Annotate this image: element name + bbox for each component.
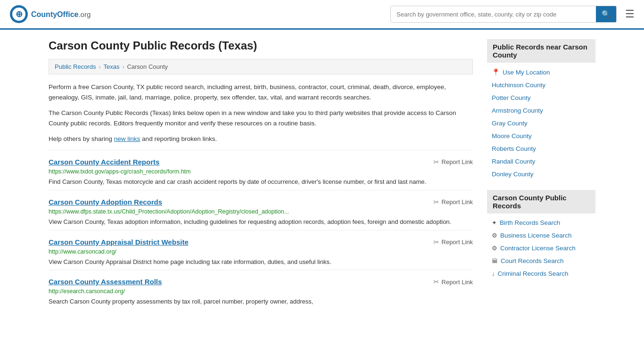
page-title: Carson County Public Records (Texas) — [49, 39, 473, 52]
search-bar: 🔍 — [390, 6, 617, 23]
public-record-link-label: Court Records Search — [501, 257, 564, 264]
record-item-header: Carson County Appraisal District Website… — [49, 238, 473, 247]
report-link-button[interactable]: ✂ Report Link — [433, 238, 473, 247]
record-desc: Search Carson County property assessment… — [49, 297, 473, 307]
public-record-link-label: Contractor License Search — [500, 245, 576, 252]
report-link-icon: ✂ — [433, 278, 439, 286]
public-records-links-list: ✦Birth Records Search⚙Business License S… — [487, 216, 595, 280]
record-title-link[interactable]: Carson County Assessment Rolls — [49, 278, 162, 286]
record-item: Carson County Assessment Rolls ✂ Report … — [49, 270, 473, 310]
nearby-counties-list: Hutchinson CountyPotter CountyArmstrong … — [487, 79, 595, 181]
public-record-link-icon: ⚙ — [492, 245, 497, 252]
intro-para2: The Carson County Public Records (Texas)… — [49, 108, 473, 128]
report-link-button[interactable]: ✂ Report Link — [433, 158, 473, 166]
logo-text-main: CountyOffice — [31, 10, 78, 18]
intro-para3: Help others by sharing new links and rep… — [49, 134, 473, 144]
nearby-section: Public Records near Carson County 📍 Use … — [487, 39, 595, 181]
record-title: Carson County Accident Reports — [49, 158, 159, 166]
report-link-button[interactable]: ✂ Report Link — [433, 278, 473, 286]
report-link-icon: ✂ — [433, 198, 439, 206]
breadcrumb-sep-1: › — [99, 64, 100, 70]
report-link-label: Report Link — [442, 239, 473, 246]
record-url: https://www.txdot.gov/apps-cg/crash_reco… — [49, 168, 473, 175]
public-record-link[interactable]: ⚙Business License Search — [487, 229, 595, 242]
record-item: Carson County Accident Reports ✂ Report … — [49, 150, 473, 190]
record-item-header: Carson County Assessment Rolls ✂ Report … — [49, 278, 473, 286]
public-record-link-icon: ⚙ — [492, 232, 497, 239]
intro-para3-suffix: and reporting broken links. — [140, 135, 217, 142]
record-url: https://www.dfps.state.tx.us/Child_Prote… — [49, 208, 473, 215]
new-links-link[interactable]: new links — [114, 135, 140, 142]
report-link-icon: ✂ — [433, 158, 439, 166]
record-url: http://esearch.carsoncad.org/ — [49, 288, 473, 295]
report-link-label: Report Link — [442, 279, 473, 286]
record-item: Carson County Appraisal District Website… — [49, 230, 473, 270]
record-title: Carson County Adoption Records — [49, 198, 162, 206]
public-record-link-label: Criminal Records Search — [498, 270, 569, 277]
public-record-link-icon: ↓ — [492, 270, 495, 277]
breadcrumb-current: Carson County — [127, 63, 168, 70]
public-records-section: Carson County Public Records ✦Birth Reco… — [487, 190, 595, 280]
intro-para3-prefix: Help others by sharing — [49, 135, 114, 142]
main-container: Carson County Public Records (Texas) Pub… — [39, 30, 605, 319]
breadcrumb-texas[interactable]: Texas — [103, 63, 119, 70]
record-title-link[interactable]: Carson County Adoption Records — [49, 198, 162, 206]
public-record-link-label: Birth Records Search — [500, 219, 560, 226]
public-record-link-icon: 🏛 — [492, 257, 498, 264]
record-desc: View Carson County Appraisal District ho… — [49, 257, 473, 267]
record-url: http://www.carsoncad.org/ — [49, 248, 473, 255]
public-record-link-icon: ✦ — [492, 219, 497, 226]
nearby-county-link[interactable]: Roberts County — [487, 142, 595, 155]
nearby-county-link[interactable]: Armstrong County — [487, 104, 595, 117]
search-button[interactable]: 🔍 — [596, 6, 616, 22]
use-location-label: Use My Location — [503, 69, 550, 76]
nearby-county-link[interactable]: Gray County — [487, 117, 595, 130]
sidebar: Public Records near Carson County 📍 Use … — [487, 39, 595, 310]
hamburger-menu-icon[interactable]: ☰ — [625, 8, 635, 20]
report-link-label: Report Link — [442, 198, 473, 206]
nearby-county-link[interactable]: Potter County — [487, 91, 595, 104]
nearby-county-link[interactable]: Randall County — [487, 155, 595, 168]
public-record-link[interactable]: 🏛Court Records Search — [487, 255, 595, 267]
public-record-link[interactable]: ✦Birth Records Search — [487, 216, 595, 229]
nearby-county-link[interactable]: Donley County — [487, 168, 595, 181]
search-input[interactable] — [391, 6, 596, 22]
record-desc: Find Carson County, Texas motorcycle and… — [49, 177, 473, 187]
logo: ⊕ CountyOffice.org — [9, 5, 91, 24]
public-records-section-title: Carson County Public Records — [487, 190, 595, 214]
record-title: Carson County Appraisal District Website — [49, 238, 189, 246]
use-location-link[interactable]: 📍 Use My Location — [487, 66, 595, 79]
record-title-link[interactable]: Carson County Appraisal District Website — [49, 238, 189, 246]
logo-icon: ⊕ — [9, 5, 28, 24]
search-area: 🔍 ☰ — [390, 6, 635, 23]
report-link-button[interactable]: ✂ Report Link — [433, 198, 473, 206]
record-desc: View Carson County, Texas adoption infor… — [49, 217, 473, 227]
intro-para1: Perform a free Carson County, TX public … — [49, 82, 473, 102]
svg-text:⊕: ⊕ — [16, 9, 23, 19]
nearby-county-link[interactable]: Moore County — [487, 130, 595, 142]
public-record-link-label: Business License Search — [500, 232, 572, 239]
logo-label: CountyOffice.org — [31, 9, 91, 19]
breadcrumb-public-records[interactable]: Public Records — [55, 63, 96, 70]
header: ⊕ CountyOffice.org 🔍 ☰ — [0, 0, 644, 30]
record-item: Carson County Adoption Records ✂ Report … — [49, 190, 473, 230]
record-item-header: Carson County Adoption Records ✂ Report … — [49, 198, 473, 206]
public-record-link[interactable]: ⚙Contractor License Search — [487, 242, 595, 255]
nearby-county-link[interactable]: Hutchinson County — [487, 79, 595, 91]
location-pin-icon: 📍 — [492, 68, 500, 76]
record-item-header: Carson County Accident Reports ✂ Report … — [49, 158, 473, 166]
nearby-section-title: Public Records near Carson County — [487, 39, 595, 63]
report-link-icon: ✂ — [433, 238, 439, 247]
record-title-link[interactable]: Carson County Accident Reports — [49, 158, 159, 166]
public-record-link[interactable]: ↓Criminal Records Search — [487, 267, 595, 280]
report-link-label: Report Link — [442, 158, 473, 165]
logo-text-suffix: .org — [78, 10, 91, 18]
records-container: Carson County Accident Reports ✂ Report … — [49, 150, 473, 310]
content-area: Carson County Public Records (Texas) Pub… — [49, 39, 473, 310]
breadcrumb-sep-2: › — [122, 64, 124, 70]
record-title: Carson County Assessment Rolls — [49, 278, 162, 286]
breadcrumb: Public Records › Texas › Carson County — [49, 59, 473, 74]
